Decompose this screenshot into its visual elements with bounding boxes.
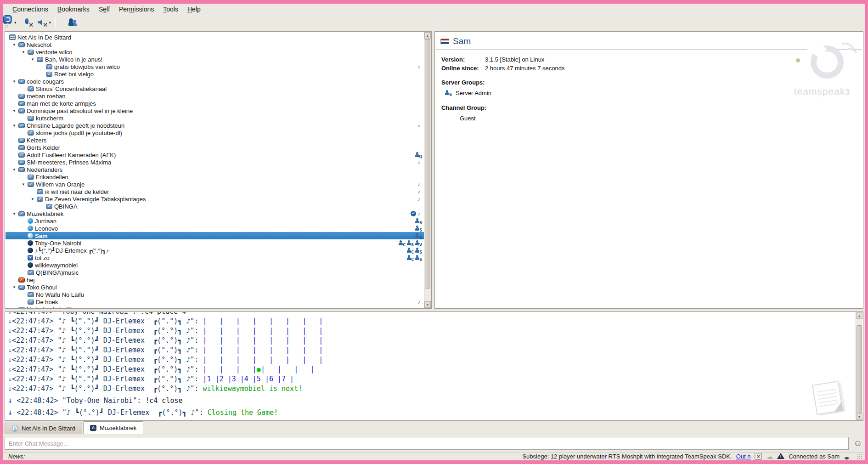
- tree-row-label: Frikandellen: [36, 174, 68, 181]
- cloud-icon: ☁: [766, 453, 773, 461]
- tree-row[interactable]: ▼Nederlands-Indië: [6, 306, 424, 308]
- tree-row[interactable]: Keizers: [6, 136, 424, 144]
- tree-row[interactable]: roeban roeban: [6, 92, 424, 100]
- expander-arrow-icon[interactable]: ▼: [31, 197, 37, 201]
- expander-arrow-icon[interactable]: ▼: [12, 212, 18, 216]
- tree-row[interactable]: ♪┗(°.°)┛DJ-Erlemex ┏(°.°)┓♪CS: [6, 247, 424, 254]
- tree-row[interactable]: Gerts Kelder: [6, 144, 424, 151]
- mute-microphone-button[interactable]: [22, 16, 36, 29]
- expander-arrow-icon[interactable]: ▼: [12, 43, 18, 47]
- tree-row[interactable]: QBINGA: [6, 203, 424, 210]
- tree-row[interactable]: ▼De Zeven Verenigde Tabaksplantages♪: [6, 195, 424, 203]
- channel-icon: [28, 116, 34, 121]
- chat-scrollbar-thumb[interactable]: [857, 325, 862, 413]
- tree-row[interactable]: ▼Muziekfabriek♪: [6, 210, 424, 217]
- tree-row[interactable]: ▼Toko Ghoul: [6, 283, 424, 291]
- away-button[interactable]: ▾: [11, 16, 18, 29]
- tree-row[interactable]: Q(BINGA)music: [6, 269, 424, 276]
- expander-arrow-icon[interactable]: ▼: [12, 124, 18, 128]
- chat-bubble-button[interactable]: [58, 16, 62, 29]
- tree-row[interactable]: Roet boi vielgo: [6, 70, 424, 78]
- menu-bookmarks[interactable]: Bookmarks: [53, 4, 94, 14]
- tree-row[interactable]: ik wil niet naar de kelder♪: [6, 188, 424, 195]
- expander-arrow-icon[interactable]: ▼: [22, 50, 28, 54]
- tree-row[interactable]: kutscherm: [6, 114, 424, 122]
- tree-row[interactable]: Toby-One NairobiCSV: [6, 239, 424, 247]
- tree-row[interactable]: ▼Christine Lagarde geeft je noodsteun♪: [6, 122, 424, 129]
- chat-message-input[interactable]: [5, 437, 849, 450]
- menu-self[interactable]: Self: [95, 4, 114, 14]
- away-status-icon: [28, 255, 33, 260]
- channel-icon: [18, 153, 25, 158]
- tree-scrollbar-thumb[interactable]: [425, 39, 430, 289]
- tree-row[interactable]: tot zoCS: [6, 254, 424, 261]
- channel-icon: [18, 307, 25, 308]
- toolbar-separator: [55, 17, 56, 28]
- chat-scrollbar[interactable]: ▲ ▼: [856, 312, 862, 420]
- tree-row-selected[interactable]: SamS: [6, 232, 424, 239]
- tree-row[interactable]: De hoek♪: [6, 298, 424, 306]
- expander-arrow-icon[interactable]: ▼: [22, 182, 28, 187]
- tree-row-label: ik wil niet naar de kelder: [45, 188, 109, 195]
- emoticon-picker-icon[interactable]: ☺: [852, 438, 863, 448]
- chat-line: ↓<22:47:47> "♪ ┗(°.°)┛ DJ-Erlemex ┏(°.°)…: [8, 345, 856, 355]
- tree-row[interactable]: ▼Bah, Wilco in je anus!: [6, 56, 424, 63]
- status-disabled-button[interactable]: [18, 16, 22, 29]
- menu-permissions[interactable]: Permissions: [115, 4, 158, 14]
- expander-arrow-icon[interactable]: ▼: [31, 57, 37, 62]
- tree-row[interactable]: ▼Willem van Oranje♪: [6, 181, 424, 188]
- expander-arrow-icon[interactable]: ▼: [12, 307, 18, 308]
- tree-row[interactable]: JurriaanS: [6, 217, 424, 225]
- tree-row[interactable]: Net Als In De Sittard: [6, 34, 424, 41]
- tree-row[interactable]: wilkiewaymobiel: [6, 261, 424, 269]
- version-value: 3.1.5 [Stable] on Linux: [485, 56, 544, 63]
- tab-muziekfabriek[interactable]: Muziekfabriek: [83, 421, 143, 434]
- expander-arrow-icon[interactable]: ▼: [12, 79, 18, 84]
- group-badge-s-icon: S: [407, 240, 414, 246]
- menu-help[interactable]: Help: [183, 4, 205, 14]
- mute-speakers-button[interactable]: ▾: [36, 16, 53, 29]
- contacts-button[interactable]: [67, 16, 80, 29]
- menu-tools[interactable]: Tools: [159, 4, 182, 14]
- tree-row[interactable]: ▼coole cougars: [6, 78, 424, 85]
- tab-net-als-in-de-sittard[interactable]: Net Als In De Sittard: [5, 423, 82, 434]
- tree-row-label: Bah, Wilco in je anus!: [45, 56, 102, 63]
- music-note-icon: ♪: [417, 196, 422, 202]
- tree-row[interactable]: LeonovoS: [6, 225, 424, 232]
- menu-connections[interactable]: Connections: [8, 4, 52, 14]
- warning-icon[interactable]: [777, 453, 784, 459]
- channel-icon: [18, 285, 25, 290]
- tree-scrollbar[interactable]: ▲ ▼: [424, 32, 431, 308]
- tree-row[interactable]: ▼Dominique past absoluut wel in je klein…: [6, 107, 424, 114]
- tree-row[interactable]: Adolf Fusilleert Kameraden (AFK)Q: [6, 151, 424, 158]
- expander-arrow-icon[interactable]: ▼: [12, 168, 18, 172]
- close-news-button[interactable]: ✕: [755, 453, 762, 460]
- tree-row[interactable]: man met de korte armpjes: [6, 100, 424, 107]
- resize-grip[interactable]: [857, 454, 862, 459]
- tree-row[interactable]: slome jochs (upd8 je youtube-dl): [6, 129, 424, 136]
- news-ticker-link[interactable]: Out n: [736, 453, 751, 460]
- scroll-down-arrow-icon[interactable]: ▼: [856, 413, 862, 420]
- tree-row[interactable]: ▼Nederlanders: [6, 166, 424, 173]
- chevron-down-icon[interactable]: ▾: [49, 20, 51, 25]
- tree-row[interactable]: gratis blowjobs van wilco♪: [6, 63, 424, 70]
- chat-line: ↓<22:47:47> "♪ ┗(°.°)┛ DJ-Erlemex ┏(°.°)…: [8, 336, 856, 345]
- channel-icon: [37, 197, 43, 202]
- scroll-up-arrow-icon[interactable]: ▲: [856, 312, 862, 319]
- tree-row[interactable]: SM-meesteres, Prinses Máxima♪: [6, 158, 424, 166]
- expander-arrow-icon[interactable]: ▼: [12, 109, 18, 113]
- tree-row[interactable]: ▼verdorie wilco: [6, 48, 424, 56]
- tree-row[interactable]: No Waifu No Laifu: [6, 291, 424, 298]
- channel-icon: [18, 79, 25, 84]
- tree-row[interactable]: Stinus' Concentratiekanaal: [6, 85, 424, 92]
- chevron-down-icon[interactable]: ▾: [14, 20, 17, 25]
- tree-row[interactable]: hej: [6, 276, 424, 283]
- expander-arrow-icon[interactable]: ▼: [12, 285, 18, 289]
- scroll-down-arrow-icon[interactable]: ▼: [424, 301, 431, 308]
- scroll-up-arrow-icon[interactable]: ▲: [424, 32, 431, 39]
- tree-row[interactable]: Frikandellen: [6, 173, 424, 181]
- tree-row[interactable]: ▼Nekschot: [6, 41, 424, 48]
- client-silent-icon: [28, 240, 33, 246]
- chat-line: ↓<22:47:47> "Toby-One Nairobi": !c4 plac…: [8, 312, 856, 317]
- channel-icon: [18, 145, 25, 150]
